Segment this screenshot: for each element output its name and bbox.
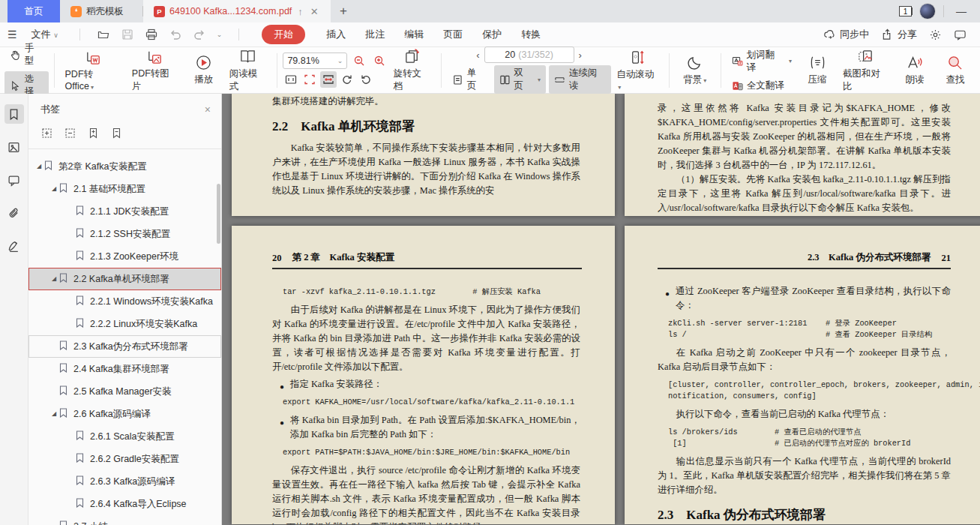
page-number-input[interactable]: 20 (31/352) (484, 46, 574, 63)
hamburger-icon[interactable]: ☰ (7, 28, 16, 40)
print-icon[interactable] (145, 28, 158, 41)
bookmark-item[interactable]: ◢第2章 Kafka安装配置 (28, 155, 221, 178)
double-page-icon (499, 74, 511, 86)
redo-icon[interactable] (193, 28, 206, 41)
compress-button[interactable]: 压缩 (797, 51, 838, 89)
settings-gear-icon[interactable] (929, 28, 942, 41)
collapse-all-icon[interactable] (64, 127, 76, 142)
double-page-button[interactable]: 双页▾ (494, 65, 546, 94)
bookmark-item[interactable]: 2.2.2 Linux环境安装Kafka (28, 313, 221, 335)
pdf-page-20[interactable]: 20 第 2 章 Kafka 安装配置 tar -xzvf kafka_2.11… (232, 226, 615, 524)
pdf-page-19[interactable]: 录，这里依然将 Kafka 安装目录记为$KAFKA_HOME，修改$KAFKA… (625, 94, 980, 216)
next-page-icon[interactable]: › (574, 50, 586, 61)
bookmark-label: 2.6.4 Kafka导入Eclipse (90, 498, 187, 511)
undo-icon[interactable] (169, 28, 182, 41)
menu-page[interactable]: 页面 (439, 26, 467, 44)
new-tab-button[interactable]: + (331, 0, 356, 22)
bookmark-item[interactable]: 2.2.1 Windows环境安装Kafka (28, 290, 221, 313)
thumbnails-panel-icon[interactable] (4, 137, 24, 157)
rotate-right-icon[interactable] (358, 71, 374, 88)
bookmark-item[interactable]: 2.6.3 Kafka源码编译 (28, 470, 221, 493)
menu-protect[interactable]: 保护 (478, 26, 506, 44)
bookmark-item[interactable]: 2.3 Kafka伪分布式环境部署 (28, 335, 221, 358)
pdf-to-image-button[interactable]: PDF转图片 (127, 45, 184, 96)
tab-home[interactable]: 首页 (7, 0, 60, 22)
bookmark-icon (76, 296, 85, 308)
minimize-button[interactable]: — (952, 5, 971, 17)
single-page-button[interactable]: 单页 (447, 65, 491, 94)
hand-tool-button[interactable]: 手型 (4, 40, 49, 69)
tab-docer[interactable]: ❛ 稻壳模板 (60, 0, 142, 22)
bullet-item: ●指定 Kafka 安装路径： (280, 377, 580, 392)
screenshot-compare-button[interactable]: 截图和对比 (838, 45, 895, 96)
remove-bookmark-icon[interactable] (110, 127, 123, 142)
continuous-read-button[interactable]: 连续阅读 (549, 65, 611, 94)
share-button[interactable]: 分享 (881, 28, 917, 41)
zoom-level-select[interactable]: 79.81% ⌄ (283, 52, 347, 69)
panel-scrollbar-thumb[interactable] (217, 184, 220, 244)
comments-panel-icon[interactable] (4, 170, 24, 190)
expand-all-icon[interactable] (40, 127, 53, 142)
single-page-label: 单页 (467, 67, 486, 92)
tab-up-arrow-icon[interactable]: ↑ (296, 6, 304, 17)
fit-width-icon[interactable] (320, 71, 337, 88)
open-folder-icon[interactable] (97, 28, 110, 41)
tree-expand-caret-icon[interactable]: ◢ (52, 185, 59, 192)
document-canvas[interactable]: 集群环境搭建的讲解完毕。2.2 Kafka 单机环境部署Kafka 安装较简单，… (222, 94, 980, 525)
auto-scroll-button[interactable]: 自动滚动▾ (611, 46, 664, 94)
word-translate-icon (732, 56, 743, 67)
rotate-document-button[interactable]: 旋转文档 (388, 45, 436, 96)
bookmark-item[interactable]: 2.5 Kafka Manager安装 (28, 380, 221, 403)
bookmark-item[interactable]: ◢2.2 Kafka单机环境部署 (28, 268, 221, 290)
save-icon[interactable] (121, 28, 134, 41)
bookmark-item[interactable]: 2.1.2 SSH安装配置 (28, 223, 221, 245)
word-translate-button[interactable]: 划词翻译▾ (727, 47, 797, 76)
window-count-badge[interactable]: 1 (899, 6, 912, 16)
tree-expand-caret-icon[interactable]: ◢ (52, 275, 59, 282)
zoom-out-icon[interactable] (351, 52, 367, 69)
tab-pdf-document[interactable]: P 649100 Kafka...1234.com.pdf ↑ ✕ (143, 0, 331, 22)
tree-expand-caret-icon[interactable]: ◢ (37, 163, 44, 170)
pdf-page-21[interactable]: 2.3 Kafka 伪分布式环境部署 21 ●通过 ZooKeeper 客户端登… (625, 226, 980, 524)
prev-page-icon[interactable]: ‹ (472, 50, 484, 61)
menu-start[interactable]: 开始 (262, 25, 305, 44)
user-avatar[interactable] (919, 3, 936, 20)
rotate-left-icon[interactable] (339, 71, 355, 88)
attachments-panel-icon[interactable] (4, 203, 24, 223)
background-button[interactable]: 背景▾ (675, 51, 715, 89)
bookmark-item[interactable]: ◢2.6 Kafka源码编译 (28, 403, 221, 425)
play-button[interactable]: 播放 (184, 51, 224, 89)
bookmarks-panel: 书签 × ◢第2章 Kafka安装配置◢2.1 基础环境配置2.1.1 JDK安… (28, 94, 222, 525)
signature-panel-icon[interactable] (4, 236, 24, 256)
menu-annotate[interactable]: 批注 (361, 26, 389, 44)
bookmark-item[interactable]: 2.6.1 Scala安装配置 (28, 425, 221, 448)
panel-close-icon[interactable]: × (205, 104, 211, 116)
menu-edit[interactable]: 编辑 (400, 26, 428, 44)
pdf-to-office-button[interactable]: PDF转Office▾ (60, 46, 127, 94)
read-mode-button[interactable]: 阅读模式 (224, 45, 272, 96)
find-button[interactable]: 查找 (935, 51, 976, 89)
bookmark-item[interactable]: 2.4 Kafka集群环境部署 (28, 358, 221, 380)
feedback-bubble-icon[interactable] (954, 28, 967, 41)
bookmark-item[interactable]: 2.1.1 JDK安装配置 (28, 200, 221, 223)
menu-insert[interactable]: 插入 (322, 26, 350, 44)
pdf-page-18[interactable]: 集群环境搭建的讲解完毕。2.2 Kafka 单机环境部署Kafka 安装较简单，… (232, 94, 615, 216)
bookmark-item[interactable]: 2.6.4 Kafka导入Eclipse (28, 493, 221, 515)
full-translate-button[interactable]: 全文翻译 (727, 78, 797, 94)
add-bookmark-icon[interactable] (87, 127, 100, 142)
quickbar-more-icon[interactable]: ⌄ (217, 31, 223, 38)
zoom-in-icon[interactable] (371, 52, 388, 69)
tab-close-icon[interactable]: ✕ (309, 6, 320, 17)
bookmarks-panel-icon[interactable] (4, 104, 24, 124)
bookmark-item[interactable]: 2.7 小结 (28, 515, 221, 525)
fit-page-icon[interactable] (301, 71, 318, 88)
bookmark-item[interactable]: ◢2.1 基础环境配置 (28, 178, 221, 200)
bookmark-label: 2.7 小结 (73, 520, 108, 525)
bookmark-item[interactable]: 2.6.2 Gradle安装配置 (28, 448, 221, 470)
read-aloud-button[interactable]: 朗读 (895, 51, 935, 89)
bookmark-item[interactable]: 2.1.3 ZooKeeper环境 (28, 245, 221, 268)
actual-size-icon[interactable] (283, 71, 299, 88)
sync-status[interactable]: 同步中 (823, 28, 869, 41)
tree-expand-caret-icon[interactable]: ◢ (52, 410, 59, 417)
menu-convert[interactable]: 转换 (517, 26, 545, 44)
